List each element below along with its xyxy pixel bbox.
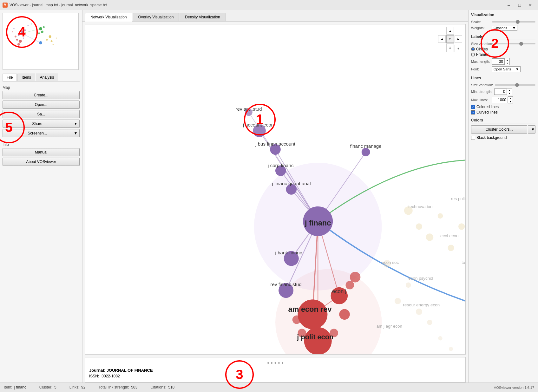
black-background-checkbox[interactable] [471,136,475,140]
colored-lines-checkbox[interactable] [471,105,475,109]
svg-text:econ soc: econ soc [382,260,399,265]
svg-point-85 [298,299,327,329]
colors-section: Colors Cluster Colors... ▼ Black backgro… [471,118,535,141]
svg-point-90 [292,316,301,324]
max-lines-down[interactable]: ▾ [508,100,513,103]
total-link-label: Total link strength: [98,385,129,390]
font-arrow: ▼ [515,67,519,71]
frames-radio[interactable] [471,53,475,56]
svg-point-6 [17,43,20,46]
max-length-spinner: ▴ ▾ [505,58,510,65]
max-length-input[interactable]: 30 [492,58,505,65]
curved-lines-label: Curved lines [476,110,498,114]
max-length-up[interactable]: ▴ [505,58,509,62]
manual-button[interactable]: Manual [3,148,80,156]
label-size-slider[interactable] [495,43,535,44]
svg-text:res policy: res policy [451,196,465,201]
item-label: Item: [4,385,12,390]
weights-row: Weights: Citations ▼ [471,25,535,31]
svg-point-2 [24,29,26,31]
label-size-row: Size variation: [471,42,535,46]
map-section: Map Create... Open... Sa... Share ▼ Scre… [3,85,80,137]
about-button[interactable]: About VOSviewer [3,158,80,166]
max-lines-label: Max. lines: [471,98,490,102]
links-label: Links: [69,385,79,390]
circles-row: Circles [471,47,535,51]
center-panel: Network Visualization Overlay Visualizat… [82,10,468,382]
svg-point-11 [38,32,40,34]
svg-text:rev financ stud: rev financ stud [271,282,302,287]
svg-point-19 [30,23,32,25]
cluster-colors-button[interactable]: Cluster Colors... [471,125,527,134]
info-dots: • • • • • [89,360,462,367]
svg-point-58 [395,298,401,304]
journal-name: Journal: JOURNAL OF FINANCE [89,368,462,373]
save-button[interactable]: Sa... [3,110,80,118]
close-button[interactable]: ✕ [525,0,535,10]
maximize-button[interactable]: □ [515,0,525,10]
circles-radio[interactable] [471,47,475,51]
lines-title: Lines [471,76,535,81]
nav-center-button[interactable]: □ [446,35,454,43]
cluster-value: 5 [54,385,56,390]
min-strength-spinner: ▴ ▾ [507,88,512,95]
info-label: Info [3,142,80,147]
mini-map: 4 [3,13,79,70]
cluster-colors-arrow[interactable]: ▼ [528,125,535,134]
screenshot-arrow-button[interactable]: ▼ [72,129,80,137]
curved-lines-row: Curved lines [471,110,535,114]
minimize-button[interactable]: – [504,0,514,10]
nav-controls: ▲ ◄ □ ► ▼ − + [437,27,463,52]
font-select[interactable]: Open Sans ▼ [492,66,521,72]
svg-line-22 [22,33,41,43]
info-bar: • • • • • Journal: JOURNAL OF FINANCE IS… [85,357,466,382]
share-arrow-button[interactable]: ▼ [72,120,80,128]
lines-size-slider[interactable] [495,84,535,86]
tab-overlay[interactable]: Overlay Visualization [133,13,179,21]
network-area[interactable]: rev ap...stud j account econ j bus finan… [85,24,466,355]
curved-lines-checkbox[interactable] [471,110,475,114]
svg-text:j bank financ: j bank financ [275,250,302,255]
max-length-input-row: 30 ▴ ▾ [492,58,510,65]
svg-text:j financ quant anal: j financ quant anal [272,181,311,186]
svg-text:financ manage: financ manage [350,143,382,149]
nav-zoom-in-button[interactable]: + [455,45,462,52]
min-strength-up[interactable]: ▴ [507,88,512,92]
tab-file[interactable]: File [3,74,17,81]
sep-4 [144,385,144,390]
svg-point-83 [345,281,354,290]
nav-right-button[interactable]: ► [455,35,462,43]
share-button[interactable]: Share [3,120,72,128]
svg-point-12 [49,35,51,38]
max-length-down[interactable]: ▾ [505,62,509,65]
black-background-row: Black background [471,135,535,140]
nav-zoom-out-button[interactable]: − [446,45,454,52]
status-item-citations: Citations: 518 [150,385,174,390]
tab-analysis[interactable]: Analysis [36,74,58,81]
info-buttons: Manual About VOSviewer [3,148,80,166]
create-button[interactable]: Create... [3,91,80,99]
screenshot-button[interactable]: Screensh... [3,129,72,137]
weights-select[interactable]: Citations ▼ [492,25,517,31]
nav-left-button[interactable]: ◄ [438,35,446,43]
map-buttons: Create... Open... Sa... Share ▼ Screensh… [3,91,80,137]
svg-text:tourism...: tourism... [462,260,465,265]
svg-point-82 [350,272,361,283]
min-strength-input[interactable] [494,88,507,95]
max-lines-up[interactable]: ▴ [508,97,513,100]
tab-network[interactable]: Network Visualization [85,13,132,22]
svg-text:am j agr econ: am j agr econ [377,324,402,329]
min-strength-down[interactable]: ▾ [507,92,512,95]
tab-items[interactable]: Items [17,74,35,81]
svg-point-77 [362,148,370,156]
issn-label: ISSN: [89,374,99,378]
scale-slider[interactable] [492,21,535,23]
nav-up-button[interactable]: ▲ [446,27,454,35]
viz-tabs: Network Visualization Overlay Visualizat… [82,10,468,22]
max-lines-input[interactable] [492,97,508,103]
svg-point-21 [56,37,57,39]
open-button[interactable]: Open... [3,101,80,109]
cluster-label: Cluster: [39,385,52,390]
svg-text:econ psychol: econ psychol [408,276,433,281]
tab-density[interactable]: Density Visualization [180,13,226,21]
